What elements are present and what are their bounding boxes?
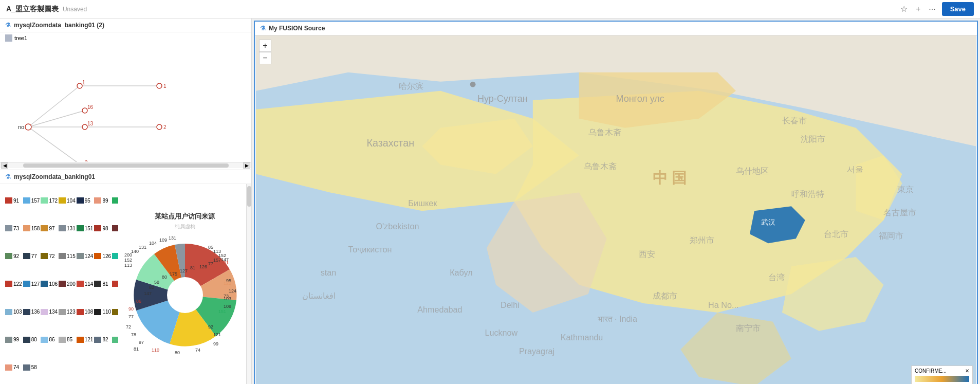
color-value: 110	[102, 309, 111, 315]
map-panel: ⚗ My FUSION Source	[254, 21, 978, 384]
svg-text:呼和浩特: 呼和浩特	[791, 189, 824, 198]
color-swatch	[94, 197, 101, 204]
svg-line-0	[28, 86, 80, 127]
tree-h-scrollbar[interactable]: ◀ ▶	[0, 162, 251, 168]
map-filter-icon: ⚗	[260, 25, 266, 32]
color-cell: 98	[94, 215, 111, 242]
color-cell: 151	[77, 215, 94, 242]
color-swatch	[59, 197, 66, 204]
svg-text:108: 108	[224, 304, 231, 309]
color-swatch	[5, 253, 12, 259]
tree-legend: tree1	[0, 32, 251, 44]
map-legend-close[interactable]: ✕	[965, 368, 969, 374]
color-cell: 126	[94, 243, 111, 269]
svg-text:Ahmedabad: Ahmedabad	[417, 305, 462, 314]
color-swatch	[112, 309, 118, 315]
color-swatch	[5, 337, 12, 343]
color-cell: 90	[112, 270, 118, 297]
color-swatch	[59, 253, 66, 259]
color-value: 82	[102, 337, 108, 342]
color-swatch	[41, 281, 48, 287]
color-value: 123	[67, 309, 76, 315]
svg-text:Монгол улс: Монгол улс	[616, 94, 664, 104]
svg-text:乌鲁木斋: 乌鲁木斋	[588, 127, 621, 137]
color-swatch	[41, 225, 48, 231]
svg-text:中 国: 中 国	[653, 170, 687, 186]
svg-text:武汉: 武汉	[761, 218, 775, 226]
svg-text:O'zbekiston: O'zbekiston	[376, 222, 419, 231]
scroll-thumb[interactable]	[23, 163, 229, 168]
map-title: My FUSION Source	[269, 25, 325, 32]
color-cell: 104	[59, 187, 76, 214]
chart-content: 9115717210495891191737315897131151981011…	[0, 184, 251, 384]
header-left: A_盟立客製圖表 Unsaved	[6, 5, 87, 14]
svg-text:122: 122	[224, 281, 231, 286]
zoom-out-button[interactable]: −	[259, 52, 271, 64]
color-cell: 136	[23, 299, 40, 325]
tree-panel-title: mysqlZoomdata_banking01 (2)	[14, 22, 104, 29]
color-swatch	[94, 281, 101, 287]
color-swatch	[41, 337, 48, 343]
tree-legend-label: tree1	[14, 35, 27, 41]
svg-text:भारत · India: भारत · India	[598, 314, 638, 323]
color-swatch	[112, 225, 118, 231]
color-value: 97	[49, 226, 54, 231]
svg-text:名古屋市: 名古屋市	[883, 208, 916, 217]
color-value: 127	[31, 281, 40, 287]
color-cell: 121	[77, 326, 94, 353]
color-cell: 72	[41, 243, 58, 269]
color-swatch	[41, 309, 48, 315]
svg-text:stan: stan	[321, 268, 337, 277]
color-cell: 131	[59, 215, 76, 242]
svg-point-7	[167, 277, 203, 313]
svg-text:157: 157	[213, 258, 221, 263]
svg-text:99: 99	[213, 341, 218, 346]
scroll-left-arrow[interactable]: ◀	[1, 162, 8, 169]
more-button[interactable]: ···	[927, 3, 937, 16]
svg-text:Ha No...: Ha No...	[708, 300, 738, 309]
save-button[interactable]: Save	[942, 2, 974, 16]
svg-text:Lucknow: Lucknow	[485, 328, 517, 337]
svg-text:서울: 서울	[847, 164, 863, 174]
color-swatch	[41, 253, 48, 259]
tree-node-result-1a	[157, 83, 162, 88]
pie-scroll-thumb[interactable]	[247, 186, 251, 207]
color-cell: 82	[94, 326, 111, 353]
add-button[interactable]: +	[914, 3, 922, 16]
pie-scrollbar[interactable]	[246, 184, 251, 384]
svg-text:77: 77	[128, 314, 134, 319]
color-swatch	[77, 225, 84, 231]
chart-panel-title: mysqlZoomdata_banking01	[14, 173, 95, 180]
svg-text:南宁市: 南宁市	[736, 323, 761, 333]
color-cell: 86	[41, 326, 58, 353]
color-cell: 127	[23, 270, 40, 297]
svg-text:台湾: 台湾	[768, 272, 785, 282]
svg-text:124: 124	[229, 288, 236, 294]
color-cell: 74	[5, 354, 22, 381]
color-value: 95	[85, 198, 90, 204]
scroll-right-arrow[interactable]: ▶	[243, 162, 250, 169]
color-cell: 157	[23, 187, 40, 214]
zoom-in-button[interactable]: +	[259, 40, 271, 52]
svg-text:81: 81	[134, 346, 139, 352]
color-cell: 158	[23, 215, 40, 242]
pie-area: 某站点用户访问来源 纯属虚构	[118, 184, 251, 384]
svg-text:乌什地区: 乌什地区	[736, 166, 769, 175]
color-cell: 114	[77, 270, 94, 297]
color-cell: 80	[23, 326, 40, 353]
color-cell: 92	[5, 243, 22, 269]
color-cell: 200	[59, 270, 76, 297]
map-zoom-controls: + −	[259, 40, 271, 64]
color-cell: 172	[41, 187, 58, 214]
color-value: 92	[13, 253, 19, 259]
color-value: 115	[67, 253, 76, 259]
color-value: 103	[13, 309, 22, 315]
color-cell: 89	[94, 187, 111, 214]
color-cell: 91	[5, 187, 22, 214]
star-button[interactable]: ☆	[898, 2, 910, 16]
color-cell: 106	[41, 270, 58, 297]
tree-label-13: 13	[87, 121, 94, 126]
color-value: 73	[13, 226, 19, 231]
svg-text:Бишкек: Бишкек	[408, 198, 437, 208]
svg-text:85: 85	[208, 245, 213, 250]
